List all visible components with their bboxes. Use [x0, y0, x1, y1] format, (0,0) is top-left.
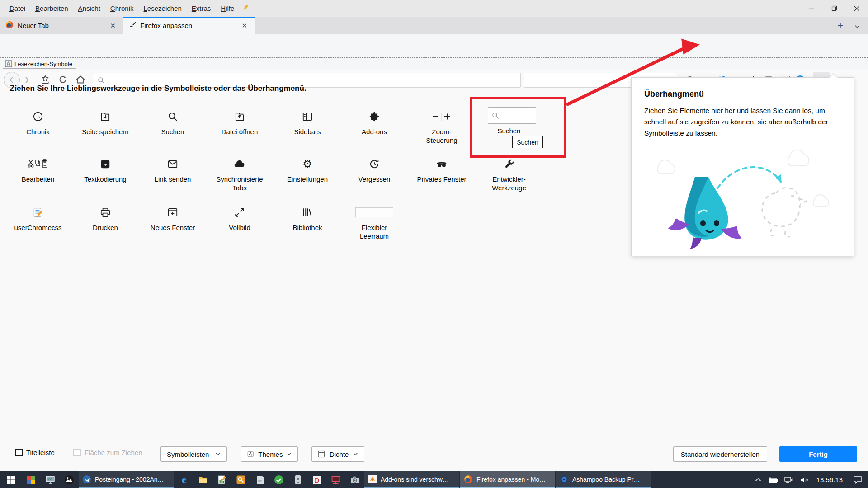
photos-app-icon[interactable] [60, 471, 79, 488]
all-tabs-chevron-icon[interactable] [854, 22, 860, 30]
taskbar-button-firefox-anpassen[interactable]: Firefox anpassen - Mo… [460, 471, 555, 488]
red-monitor-app-icon[interactable] [326, 471, 345, 488]
chart-doc-app-icon[interactable] [212, 471, 231, 488]
print-icon [72, 203, 139, 222]
edge-icon[interactable]: e [175, 471, 193, 488]
item-label: Neues Fenster [139, 223, 206, 232]
tab-firefox-anpassen[interactable]: Firefox anpassen ✕ [123, 17, 255, 34]
file-explorer-icon[interactable] [193, 471, 212, 488]
overflow-menu-panel: Überhangmenü Ziehen Sie Elemente hier he… [631, 77, 854, 256]
bookmarks-symbols-item[interactable]: Lesezeichen-Symbole [3, 59, 76, 69]
themes-dropdown[interactable]: Themes [241, 446, 298, 462]
d-app-icon[interactable]: D [307, 471, 326, 488]
home-icon[interactable] [75, 74, 86, 85]
customize-item-privates-fenster[interactable]: Privates Fenster [408, 155, 475, 183]
menu-lesezeichen[interactable]: Lesezeichen [139, 5, 187, 12]
reload-icon[interactable] [58, 75, 68, 84]
menu-ansicht[interactable]: Ansicht [73, 5, 105, 12]
devtools-wrench-icon [476, 155, 542, 174]
menu-datei[interactable]: Datei [5, 5, 30, 12]
addons-puzzle-icon [341, 107, 408, 126]
customize-item-synchronisierte-tabs[interactable]: Synchronisierte Tabs [206, 155, 273, 192]
addons-window-icon [368, 475, 377, 484]
menu-chronik[interactable]: Chronik [105, 5, 139, 12]
density-dropdown[interactable]: Dichte [311, 446, 364, 462]
customize-item-einstellungen[interactable]: ⚙ Einstellungen [274, 155, 341, 183]
chevron-down-icon [353, 452, 358, 456]
tab-close-icon[interactable]: ✕ [240, 21, 249, 31]
thunderbird-icon [82, 475, 91, 484]
item-label: Vollbild [206, 223, 273, 232]
menu-bearbeiten[interactable]: Bearbeiten [30, 5, 73, 12]
taskbar-clock[interactable]: 13:56:13 [812, 471, 847, 488]
menu-extras[interactable]: Extras [187, 5, 216, 12]
monitor-app-icon[interactable] [41, 471, 60, 488]
forget-history-icon [341, 155, 408, 174]
taskbar-button-posteingang[interactable]: Posteingang - 2002An… [79, 471, 174, 488]
taskbar-button-addons[interactable]: Add-ons sind verschw… [364, 471, 459, 488]
customize-item-datei-oeffnen[interactable]: Datei öffnen [206, 107, 273, 136]
titlebar-checkbox[interactable] [15, 449, 23, 456]
customize-item-drucken[interactable]: Drucken [72, 203, 139, 232]
search-widget-input[interactable] [488, 107, 536, 124]
item-label: Datei öffnen [206, 127, 273, 136]
synced-tabs-cloud-icon [206, 155, 273, 174]
customize-item-sidebars[interactable]: Sidebars [274, 107, 341, 136]
camera-app-icon[interactable] [345, 471, 364, 488]
keepass-icon[interactable] [231, 471, 250, 488]
item-label: Sidebars [274, 127, 341, 136]
customize-item-bibliothek[interactable]: Bibliothek [274, 203, 341, 232]
battery-icon[interactable] [766, 471, 781, 488]
item-label: Bibliothek [274, 223, 341, 232]
restore-button[interactable] [823, 0, 845, 17]
paintbrush-favicon [129, 21, 136, 30]
close-button[interactable] [845, 0, 868, 17]
customize-item-suchen[interactable]: Suchen [139, 107, 206, 136]
taskbar-button-ashampoo[interactable]: Ashampoo Backup Pr… [556, 471, 651, 488]
toolbars-dropdown-label: Symbolleisten [167, 450, 209, 458]
themes-icon [247, 450, 254, 458]
open-file-icon [206, 107, 273, 126]
device-app-icon[interactable] [288, 471, 307, 488]
customize-item-link-senden[interactable]: Link senden [139, 155, 206, 183]
customize-item-seite-speichern[interactable]: Seite speichern [72, 107, 139, 136]
item-label: Vergessen [341, 175, 408, 183]
minimize-button[interactable] [800, 0, 823, 17]
customize-item-chronik[interactable]: Chronik [5, 107, 71, 136]
dragspace-checkbox[interactable] [73, 449, 81, 456]
notepad-app-icon[interactable] [250, 471, 269, 488]
item-label: Seite speichern [72, 127, 139, 136]
customize-item-vollbild[interactable]: Vollbild [206, 203, 273, 232]
action-center-icon[interactable] [847, 471, 868, 488]
menubar: Datei Bearbeiten Ansicht Chronik Lesezei… [0, 0, 868, 17]
customize-item-entwickler-werkzeuge[interactable]: Entwickler-Werkzeuge [476, 155, 542, 192]
tab-close-icon[interactable]: ✕ [108, 21, 118, 31]
customize-item-userchromecss[interactable]: userChromecss [5, 203, 71, 232]
pinned-app-icon[interactable] [22, 471, 41, 488]
customize-item-zoom-steuerung[interactable]: Zoom-Steuerung [408, 107, 475, 145]
bookmark-star-icon[interactable] [40, 74, 51, 85]
tray-chevron-up-icon[interactable] [750, 471, 766, 488]
restore-defaults-button[interactable]: Standard wiederherstellen [673, 446, 767, 462]
search-widget-button[interactable]: Suchen [512, 136, 543, 148]
customize-item-neues-fenster[interactable]: Neues Fenster [139, 203, 206, 232]
customize-item-bearbeiten[interactable]: Bearbeiten [5, 155, 71, 183]
dragspace-checkbox-label: Fläche zum Ziehen [85, 449, 142, 456]
toolbars-dropdown[interactable]: Symbolleisten [160, 446, 227, 462]
network-icon[interactable] [781, 471, 797, 488]
start-button[interactable] [0, 471, 22, 488]
customize-item-flexibler-leerraum[interactable]: Flexibler Leerraum [341, 203, 408, 240]
antivirus-check-icon[interactable] [269, 471, 288, 488]
menu-hilfe[interactable]: Hilfe [216, 5, 239, 12]
item-label: Link senden [139, 175, 206, 183]
done-button[interactable]: Fertig [779, 446, 857, 462]
customize-item-textkodierung[interactable]: æ Textkodierung [72, 155, 139, 183]
speaker-icon[interactable] [797, 471, 812, 488]
firefox-customize-window: Datei Bearbeiten Ansicht Chronik Lesezei… [0, 0, 868, 488]
tab-neuer-tab[interactable]: Neuer Tab ✕ [0, 17, 123, 34]
customize-item-vergessen[interactable]: Vergessen [341, 155, 408, 183]
overflow-panel-text: Ziehen Sie Elemente hier her und lassen … [644, 105, 844, 139]
forward-button[interactable] [23, 76, 31, 84]
customize-item-addons[interactable]: Add-ons [341, 107, 408, 136]
new-tab-button[interactable]: + [834, 19, 847, 32]
